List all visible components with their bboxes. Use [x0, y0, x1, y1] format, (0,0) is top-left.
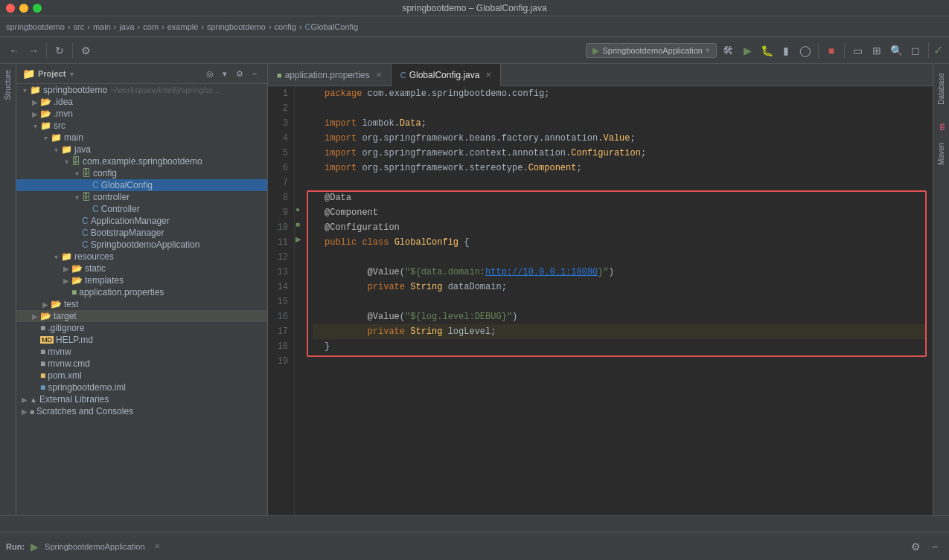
tree-item-globalconfig[interactable]: ▶ C GlobalConfig: [16, 179, 267, 191]
close-button[interactable]: [6, 4, 15, 13]
breadcrumb-item[interactable]: example: [167, 22, 199, 31]
locate-button[interactable]: ◎: [203, 67, 217, 80]
tree-item-appmanager[interactable]: ▶ C ApplicationManager: [16, 215, 267, 227]
tree-item-templates[interactable]: ▶ 📂 templates: [16, 274, 267, 286]
tree-label: templates: [85, 275, 124, 286]
tree-path: ~/workspace/intellij/springbo...: [110, 86, 220, 94]
search-button[interactable]: 🔍: [888, 42, 904, 59]
code-lines[interactable]: package com.example.springbootdemo.confi…: [307, 86, 933, 515]
tree-label: target: [54, 311, 77, 321]
tree-item-idea[interactable]: ▶ 📂 .idea: [16, 96, 267, 108]
tree-item-test[interactable]: ▶ 📂 test: [16, 298, 267, 310]
tree-item-helpmd[interactable]: ▶ MD HELP.md: [16, 334, 267, 346]
stop-button[interactable]: ■: [823, 42, 840, 59]
cmd-file-icon: ■: [40, 358, 45, 369]
tree-item-bootstrap[interactable]: ▶ C BootstrapManager: [16, 227, 267, 239]
tab-application-properties[interactable]: ■ application.properties ✕: [268, 64, 392, 86]
collapse-button[interactable]: ▾: [218, 67, 231, 80]
tree-item-config[interactable]: ▾ 🗄 config: [16, 167, 267, 179]
close-run-tab-icon[interactable]: ✕: [154, 542, 160, 550]
tab-globalconfig[interactable]: C GlobalConfig.java ✕: [392, 64, 502, 86]
breadcrumb-item[interactable]: java: [119, 22, 134, 31]
separator: [818, 43, 819, 58]
tree-item-springapp[interactable]: ▶ C SpringbootdemoApplication: [16, 239, 267, 251]
forward-button[interactable]: →: [25, 42, 42, 59]
tree-item-gitignore[interactable]: ▶ ■ .gitignore: [16, 322, 267, 334]
tree-item-static[interactable]: ▶ 📂 static: [16, 263, 267, 274]
maximize-button[interactable]: [33, 4, 42, 13]
back-button[interactable]: ←: [6, 42, 22, 59]
tree-item-package[interactable]: ▾ 🗄 com.example.springbootdemo: [16, 155, 267, 167]
code-line-14: private String dataDomain;: [313, 280, 927, 295]
tree-label: mvnw.cmd: [48, 358, 90, 369]
breadcrumb-item[interactable]: com: [143, 22, 159, 31]
tree-label: springbootdemo.iml: [48, 382, 126, 393]
maven-tab[interactable]: m: [936, 118, 948, 137]
expand-icon: ▾: [51, 253, 61, 261]
tree-item-pomxml[interactable]: ▶ ■ pom.xml: [16, 370, 267, 382]
tree-item-controller-pkg[interactable]: ▾ 🗄 controller: [16, 191, 267, 203]
options-button[interactable]: ⚙: [233, 67, 246, 80]
separator: [928, 43, 929, 58]
close-sidebar-button[interactable]: −: [248, 67, 261, 80]
code-line-6: import org.springframework.stereotype.Co…: [313, 161, 927, 176]
structure-tab[interactable]: Structure: [2, 64, 13, 106]
breadcrumb: springbootdemo › src › main › java › com…: [0, 16, 949, 37]
tree-item-controller[interactable]: ▶ C Controller: [16, 203, 267, 215]
folder-icon: 📂: [40, 109, 51, 119]
tree-item-resources[interactable]: ▾ 📁 resources: [16, 251, 267, 263]
settings-button[interactable]: ⚙: [77, 42, 94, 59]
tree-item-main[interactable]: ▾ 📁 main: [16, 132, 267, 144]
tree-item-target[interactable]: ▶ 📂 target: [16, 310, 267, 322]
breadcrumb-item[interactable]: springbootdemo: [207, 22, 266, 31]
run-config-selector[interactable]: ▶ SpringbootdemoApplication ▾: [586, 43, 717, 58]
tree-label: HELP.md: [56, 335, 93, 345]
maven-label[interactable]: Maven: [936, 137, 947, 171]
code-line-5: import org.springframework.context.annot…: [313, 146, 927, 161]
minimize-button[interactable]: [19, 4, 28, 13]
traffic-lights: [6, 4, 42, 13]
expand-icon: ▾: [71, 170, 82, 178]
grid-button[interactable]: ⊞: [869, 42, 885, 59]
database-tab[interactable]: Database: [936, 67, 947, 111]
expand-icon: ▾: [40, 134, 51, 142]
tree-item-mvnw[interactable]: ▶ ■ mvnw: [16, 346, 267, 358]
run-close-button[interactable]: −: [927, 538, 943, 555]
expand-icon: ▾: [30, 122, 40, 130]
tree-item-iml[interactable]: ▶ ■ springbootdemo.iml: [16, 382, 267, 393]
breadcrumb-item[interactable]: config: [275, 22, 296, 31]
coverage-button[interactable]: ▮: [778, 42, 794, 59]
debug-button[interactable]: 🐛: [758, 42, 775, 59]
code-editor[interactable]: 1 2 3 4 5 6 7 8 9 10 11 12 13 14 15 16 1…: [268, 86, 933, 515]
project-sidebar: 📁 Project ▾ ◎ ▾ ⚙ − ▾ 📁 springbootdemo ~…: [16, 64, 268, 515]
java-file-icon: C: [82, 216, 89, 226]
sync-button[interactable]: ↻: [51, 42, 68, 59]
gutter: ● ■ ▶: [295, 86, 307, 515]
breadcrumb-item[interactable]: main: [93, 22, 111, 31]
tree-item-mvn[interactable]: ▶ 📂 .mvn: [16, 108, 267, 120]
close-tab-icon[interactable]: ✕: [485, 71, 491, 79]
tree-item-mvnwcmd[interactable]: ▶ ■ mvnw.cmd: [16, 358, 267, 370]
tree-item-springbootdemo[interactable]: ▾ 📁 springbootdemo ~/workspace/intellij/…: [16, 84, 267, 96]
tree-item-appprops[interactable]: ▶ ■ application.properties: [16, 286, 267, 298]
tree-label: Scratches and Consoles: [36, 406, 133, 416]
tree-item-src[interactable]: ▾ 📁 src: [16, 120, 267, 132]
separator: [72, 43, 73, 58]
breadcrumb-item[interactable]: src: [74, 22, 85, 31]
terminal-button[interactable]: ▭: [849, 42, 866, 59]
profile-button[interactable]: ◯: [797, 42, 814, 59]
run-settings-button[interactable]: ⚙: [907, 538, 924, 555]
run-button[interactable]: ▶: [739, 42, 755, 59]
breadcrumb-item[interactable]: springbootdemo: [6, 22, 65, 31]
tree-item-extlibs[interactable]: ▶ ▲ External Libraries: [16, 393, 267, 405]
code-line-4: import org.springframework.beans.factory…: [313, 131, 927, 146]
build-button[interactable]: 🛠: [720, 42, 736, 59]
xml-file-icon: ■: [40, 370, 45, 381]
tree-item-java[interactable]: ▾ 📁 java: [16, 144, 267, 155]
maximize-button[interactable]: ◻: [907, 42, 924, 59]
tree-item-scratches[interactable]: ▶ ■ Scratches and Consoles: [16, 405, 267, 417]
tree-label: config: [93, 168, 117, 178]
close-tab-icon[interactable]: ✕: [376, 71, 382, 79]
chevron-down-icon[interactable]: ▾: [70, 70, 74, 78]
code-line-17: private String logLevel;: [313, 324, 927, 339]
